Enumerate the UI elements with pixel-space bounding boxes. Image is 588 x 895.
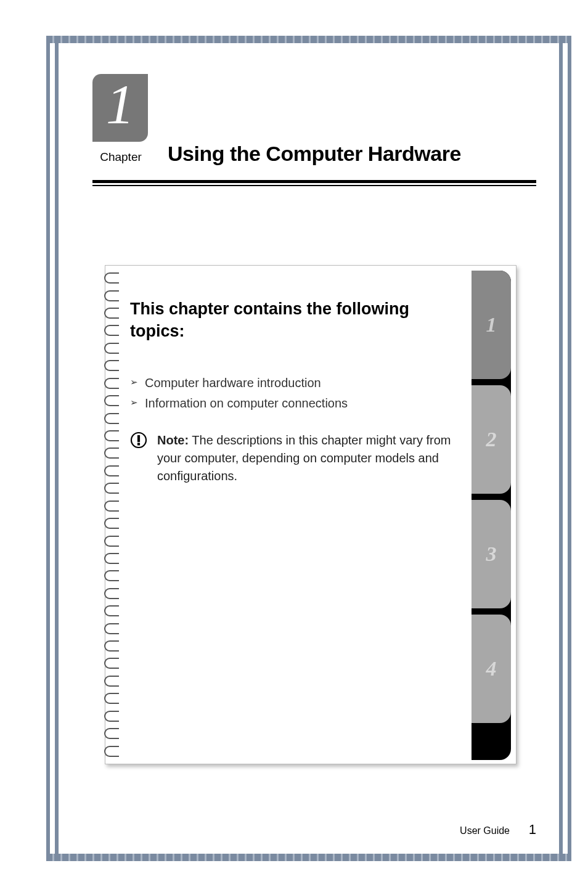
tab-number: 4 xyxy=(486,657,497,680)
topic-item: Information on computer connections xyxy=(130,396,465,411)
topic-item: Computer hardware introduction xyxy=(130,376,465,390)
chapter-tab-3[interactable]: 3 xyxy=(472,500,511,608)
chapter-tabs: 1 2 3 4 xyxy=(472,271,511,760)
decorative-border-left-inner xyxy=(55,43,59,854)
chapter-tab-2[interactable]: 2 xyxy=(472,385,511,494)
decorative-border-right-inner xyxy=(559,43,563,854)
decorative-border-bottom xyxy=(46,854,571,861)
content-inner: This chapter contains the following topi… xyxy=(130,282,465,748)
tab-number: 3 xyxy=(486,542,497,566)
tab-number: 2 xyxy=(486,428,497,451)
title-rule-thick xyxy=(92,180,536,183)
spiral-binding xyxy=(102,269,123,760)
chapter-tab-4[interactable]: 4 xyxy=(472,615,511,723)
chapter-label: Chapter xyxy=(92,150,149,164)
footer-page-number: 1 xyxy=(529,822,536,837)
caution-icon xyxy=(130,431,147,449)
note-prefix: Note: xyxy=(157,433,189,447)
chapter-tab-1[interactable]: 1 xyxy=(472,271,511,379)
chapter-number-badge: 1 xyxy=(92,74,148,142)
page-footer: User Guide 1 xyxy=(92,822,536,838)
chapter-title: Using the Computer Hardware xyxy=(168,142,461,166)
note-body: The descriptions in this chapter might v… xyxy=(157,433,451,483)
decorative-border-top xyxy=(46,36,571,43)
decorative-border-right-outer xyxy=(568,43,571,854)
note-block: Note: The descriptions in this chapter m… xyxy=(130,431,465,485)
title-rule-thin xyxy=(92,185,536,186)
svg-rect-1 xyxy=(137,435,139,441)
footer-label: User Guide xyxy=(460,825,510,836)
topics-heading: This chapter contains the following topi… xyxy=(130,298,465,343)
content-card: 1 2 3 4 This chapter contains the follow… xyxy=(105,265,517,764)
decorative-border-left-outer xyxy=(46,43,50,854)
chapter-number: 1 xyxy=(106,76,134,133)
tab-number: 1 xyxy=(486,313,497,337)
topic-list: Computer hardware introduction Informati… xyxy=(130,376,465,411)
svg-rect-2 xyxy=(137,443,139,445)
